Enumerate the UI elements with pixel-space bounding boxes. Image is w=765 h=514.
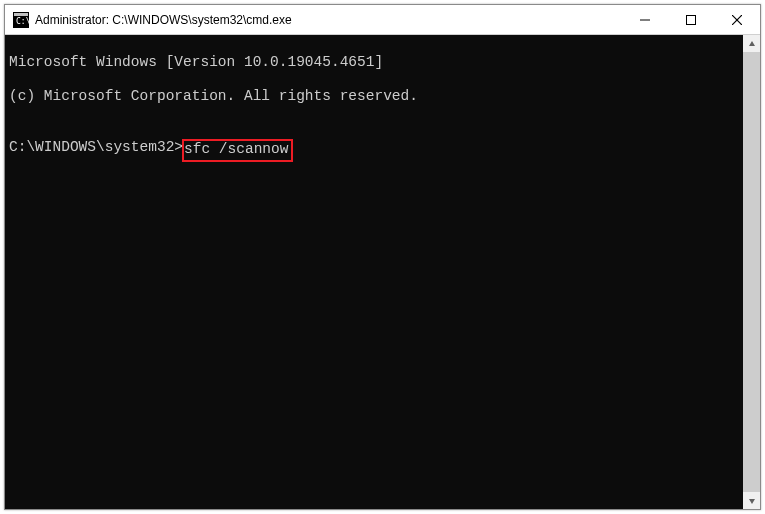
terminal[interactable]: Microsoft Windows [Version 10.0.19045.46…: [5, 35, 743, 509]
terminal-area: Microsoft Windows [Version 10.0.19045.46…: [5, 35, 760, 509]
minimize-button[interactable]: [622, 5, 668, 34]
command-highlight-box: sfc /scannow: [182, 139, 293, 162]
svg-marker-7: [749, 41, 755, 46]
terminal-command: sfc /scannow: [184, 141, 288, 157]
svg-rect-1: [14, 13, 28, 16]
terminal-output-line: Microsoft Windows [Version 10.0.19045.46…: [9, 54, 739, 71]
scroll-down-button[interactable]: [743, 492, 760, 509]
terminal-prompt-line: C:\WINDOWS\system32>sfc /scannow: [9, 139, 739, 162]
cmd-icon: C:\: [13, 12, 29, 28]
scrollbar-thumb[interactable]: [743, 52, 760, 492]
svg-rect-4: [687, 15, 696, 24]
svg-text:C:\: C:\: [16, 17, 29, 26]
close-button[interactable]: [714, 5, 760, 34]
titlebar[interactable]: C:\ Administrator: C:\WINDOWS\system32\c…: [5, 5, 760, 35]
svg-marker-8: [749, 499, 755, 504]
cmd-window: C:\ Administrator: C:\WINDOWS\system32\c…: [4, 4, 761, 510]
terminal-prompt: C:\WINDOWS\system32>: [9, 139, 183, 156]
scroll-up-button[interactable]: [743, 35, 760, 52]
vertical-scrollbar[interactable]: [743, 35, 760, 509]
maximize-button[interactable]: [668, 5, 714, 34]
scrollbar-track[interactable]: [743, 52, 760, 492]
window-title: Administrator: C:\WINDOWS\system32\cmd.e…: [35, 13, 622, 27]
terminal-output-line: (c) Microsoft Corporation. All rights re…: [9, 88, 739, 105]
window-controls: [622, 5, 760, 34]
